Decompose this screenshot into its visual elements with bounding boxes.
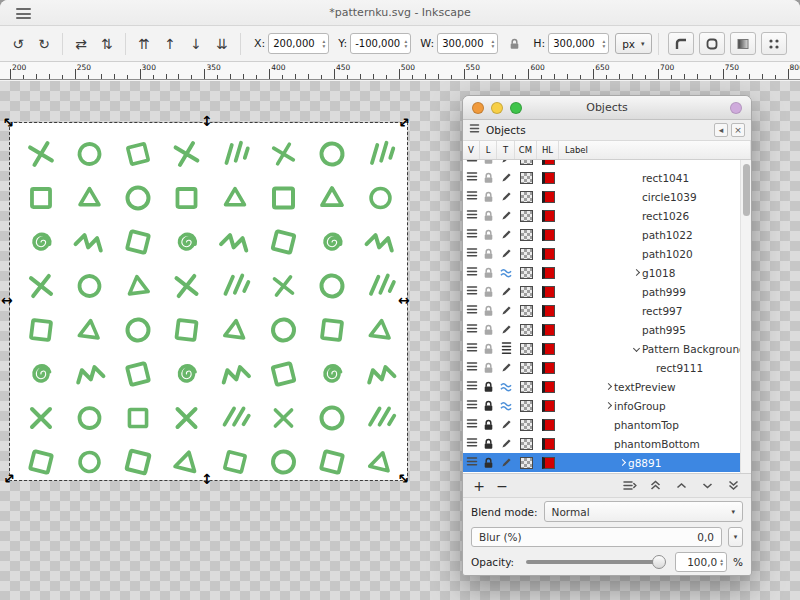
spinner-icon[interactable]: ▴▾ <box>491 39 495 48</box>
column-visibility[interactable]: V <box>463 141 480 159</box>
highlight-swatch[interactable] <box>537 210 559 222</box>
highlight-swatch[interactable] <box>537 286 559 298</box>
flip-horizontal-button[interactable]: ⇄ <box>69 32 93 56</box>
lock-toggle-icon[interactable] <box>480 381 497 393</box>
clip-mask-swatch[interactable] <box>515 267 537 279</box>
highlight-swatch[interactable] <box>537 362 559 374</box>
blur-spinscale[interactable]: Blur (%) 0,0 <box>471 527 722 547</box>
type-icon[interactable] <box>497 457 515 468</box>
lower-icon[interactable] <box>699 478 716 494</box>
dock-dialog-button[interactable]: ◂ <box>714 123 728 137</box>
column-type[interactable]: T <box>497 141 515 159</box>
lock-toggle-icon[interactable] <box>480 438 497 450</box>
type-icon[interactable] <box>497 438 515 449</box>
clip-mask-swatch[interactable] <box>515 343 537 355</box>
clip-mask-swatch[interactable] <box>515 324 537 336</box>
lock-toggle-icon[interactable] <box>480 343 497 355</box>
highlight-swatch[interactable] <box>537 267 559 279</box>
object-row-rect997[interactable]: rect997 <box>463 301 740 320</box>
lock-toggle-icon[interactable] <box>480 160 497 165</box>
clip-mask-swatch[interactable] <box>515 248 537 260</box>
object-row-path999[interactable]: path999 <box>463 282 740 301</box>
opacity-value-field[interactable]: 100,0 ▴▾ <box>675 552 727 572</box>
type-icon[interactable] <box>497 305 515 316</box>
lock-toggle-icon[interactable] <box>480 210 497 222</box>
app-menu-icon[interactable] <box>16 8 31 19</box>
lock-toggle-icon[interactable] <box>480 305 497 317</box>
blur-dropdown-icon[interactable]: ▾ <box>728 527 743 547</box>
blend-mode-select[interactable]: Normal ▾ <box>544 501 743 522</box>
scale-rounded-corners-toggle[interactable] <box>699 32 725 55</box>
visibility-toggle-icon[interactable] <box>463 437 480 449</box>
column-clip-mask[interactable]: CM <box>515 141 537 159</box>
object-row-path995[interactable]: path995 <box>463 320 740 339</box>
object-row-textPreview[interactable]: textPreview <box>463 377 740 396</box>
h-input[interactable]: 300,000▴▾ <box>548 33 609 54</box>
clip-mask-swatch[interactable] <box>515 305 537 317</box>
visibility-toggle-icon[interactable] <box>463 160 480 165</box>
object-row-rect1041[interactable]: rect1041 <box>463 168 740 187</box>
lock-toggle-icon[interactable] <box>480 267 497 279</box>
lock-toggle-icon[interactable] <box>480 362 497 374</box>
raise-to-top-button[interactable]: ⇈ <box>132 32 156 56</box>
type-icon[interactable] <box>497 210 515 221</box>
highlight-swatch[interactable] <box>537 172 559 184</box>
raise-button[interactable]: ↑ <box>158 32 182 56</box>
type-icon[interactable] <box>497 191 515 202</box>
objects-panel-titlebar[interactable]: Objects <box>463 96 751 120</box>
highlight-swatch[interactable] <box>537 438 559 450</box>
highlight-swatch[interactable] <box>537 457 559 469</box>
type-icon[interactable] <box>497 324 515 335</box>
move-patterns-toggle[interactable] <box>761 32 787 55</box>
rotate-cw-button[interactable]: ↻ <box>32 32 56 56</box>
visibility-toggle-icon[interactable] <box>463 247 480 259</box>
tree-scrollbar-thumb[interactable] <box>743 164 750 216</box>
visibility-toggle-icon[interactable] <box>463 342 480 354</box>
object-row-Pattern Background[interactable]: Pattern Background <box>463 339 740 358</box>
highlight-swatch[interactable] <box>537 400 559 412</box>
remove-object-button[interactable]: − <box>495 479 509 493</box>
object-row-circle1039[interactable]: circle1039 <box>463 187 740 206</box>
visibility-toggle-icon[interactable] <box>463 323 480 335</box>
move-to-bottom-icon[interactable] <box>725 478 742 494</box>
object-row-g8891[interactable]: g8891 <box>463 453 740 472</box>
visibility-toggle-icon[interactable] <box>463 456 480 468</box>
type-icon[interactable] <box>497 401 515 411</box>
lock-ratio-icon[interactable] <box>504 33 524 55</box>
lock-toggle-icon[interactable] <box>480 419 497 431</box>
visibility-toggle-icon[interactable] <box>463 418 480 430</box>
type-icon[interactable] <box>497 248 515 259</box>
canvas-area[interactable]: ↔ ↕ ↔ ↔ ↔ ↔ ↕ ↔ Objects Objects ◂ <box>0 81 800 600</box>
lock-toggle-icon[interactable] <box>480 248 497 260</box>
visibility-toggle-icon[interactable] <box>463 380 480 392</box>
visibility-toggle-icon[interactable] <box>463 171 480 183</box>
type-icon[interactable] <box>497 160 515 164</box>
lock-toggle-icon[interactable] <box>480 400 497 412</box>
close-dialog-button[interactable]: × <box>731 123 745 137</box>
lock-toggle-icon[interactable] <box>480 457 497 469</box>
expander-icon[interactable] <box>603 384 614 389</box>
move-to-layer-icon[interactable] <box>621 478 638 494</box>
unit-selector[interactable]: px▾ <box>615 33 651 54</box>
clip-mask-swatch[interactable] <box>515 210 537 222</box>
lock-toggle-icon[interactable] <box>480 324 497 336</box>
type-icon[interactable] <box>497 362 515 373</box>
selection-handle-w[interactable]: ↔ <box>1 293 13 307</box>
clip-mask-swatch[interactable] <box>515 438 537 450</box>
visibility-toggle-icon[interactable] <box>463 209 480 221</box>
raise-icon[interactable] <box>673 478 690 494</box>
minimize-window-button[interactable] <box>491 102 503 114</box>
highlight-swatch[interactable] <box>537 305 559 317</box>
type-icon[interactable] <box>497 341 515 357</box>
clip-mask-swatch[interactable] <box>515 400 537 412</box>
highlight-swatch[interactable] <box>537 229 559 241</box>
clip-mask-swatch[interactable] <box>515 160 537 165</box>
highlight-swatch[interactable] <box>537 343 559 355</box>
lower-button[interactable]: ↓ <box>184 32 208 56</box>
object-row-phantomBottom[interactable]: phantomBottom <box>463 434 740 453</box>
object-row-path1022[interactable]: path1022 <box>463 225 740 244</box>
lock-toggle-icon[interactable] <box>480 172 497 184</box>
highlight-swatch[interactable] <box>537 324 559 336</box>
expander-icon[interactable] <box>631 270 642 275</box>
object-row-partial[interactable] <box>463 160 740 168</box>
